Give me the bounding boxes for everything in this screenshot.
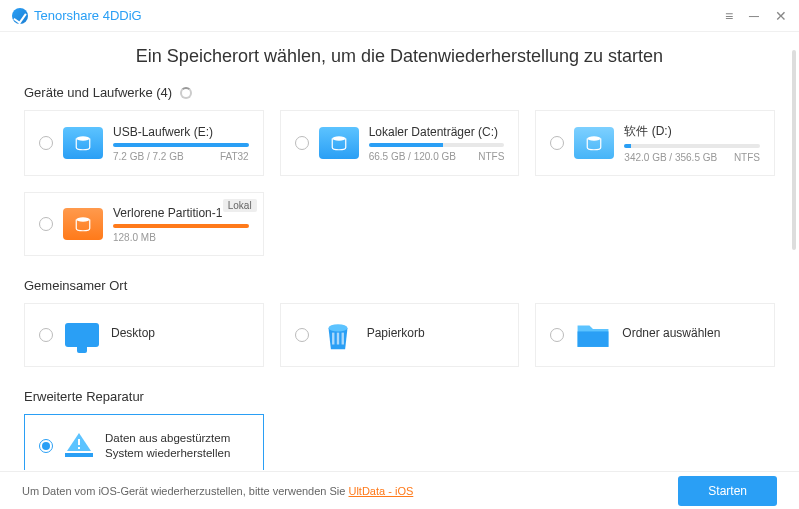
drives-grid: USB-Laufwerk (E:)7.2 GB / 7.2 GBFAT32Lok… (24, 110, 775, 256)
menu-icon[interactable]: ≡ (725, 8, 733, 24)
footer: Um Daten vom iOS-Gerät wiederherzustelle… (0, 471, 799, 509)
drive-icon (574, 127, 614, 159)
advanced-heading: Erweiterte Reparatur (24, 389, 775, 404)
radio-icon[interactable] (39, 217, 53, 231)
location-name: Desktop (111, 326, 155, 340)
main: Ein Speicherort wählen, um die Datenwied… (0, 32, 799, 470)
svg-rect-7 (341, 333, 343, 345)
svg-point-0 (76, 136, 90, 141)
radio-icon[interactable] (295, 136, 309, 150)
minimize-icon[interactable]: ─ (749, 8, 759, 24)
loading-icon (180, 87, 192, 99)
location-card[interactable]: Desktop (24, 303, 264, 367)
warning-icon (63, 429, 95, 464)
advanced-text: Daten aus abgestürztem System wiederhers… (105, 431, 249, 461)
svg-rect-11 (78, 447, 80, 449)
location-name: Papierkorb (367, 326, 425, 340)
drive-icon (319, 127, 359, 159)
svg-point-1 (332, 136, 346, 141)
common-heading: Gemeinsamer Ort (24, 278, 775, 293)
advanced-repair-card[interactable]: Daten aus abgestürztem System wiederhers… (24, 414, 264, 470)
svg-rect-9 (65, 453, 93, 457)
radio-icon[interactable] (39, 439, 53, 453)
drive-icon (63, 208, 103, 240)
drive-name: USB-Laufwerk (E:) (113, 125, 249, 139)
brand-name: Tenorshare 4DDiG (34, 8, 142, 23)
svg-rect-6 (336, 333, 338, 345)
location-card[interactable]: Papierkorb (280, 303, 520, 367)
drive-size: 342.0 GB / 356.5 GB (624, 152, 717, 163)
start-button[interactable]: Starten (678, 476, 777, 506)
window-controls: ≡ ─ ✕ (725, 8, 787, 24)
drives-heading: Geräte und Laufwerke (4) (24, 85, 775, 100)
titlebar: Tenorshare 4DDiG ≡ ─ ✕ (0, 0, 799, 32)
radio-icon[interactable] (39, 328, 53, 342)
radio-icon[interactable] (295, 328, 309, 342)
drive-size: 128.0 MB (113, 232, 156, 243)
svg-rect-8 (578, 331, 609, 346)
location-card[interactable]: Ordner auswählen (535, 303, 775, 367)
drive-name: 软件 (D:) (624, 123, 760, 140)
common-grid: DesktopPapierkorbOrdner auswählen (24, 303, 775, 367)
scrollbar[interactable] (792, 50, 796, 250)
drive-name: Lokaler Datenträger (C:) (369, 125, 505, 139)
svg-rect-5 (332, 333, 334, 345)
page-title: Ein Speicherort wählen, um die Datenwied… (24, 46, 775, 67)
badge: Lokal (223, 199, 257, 212)
footer-text: Um Daten vom iOS-Gerät wiederherzustelle… (22, 485, 413, 497)
drive-size: 7.2 GB / 7.2 GB (113, 151, 184, 162)
drive-card[interactable]: Lokaler Datenträger (C:)66.5 GB / 120.0 … (280, 110, 520, 176)
usage-bar (113, 143, 249, 147)
trash-icon (319, 319, 357, 351)
folder-icon (574, 319, 612, 351)
svg-point-3 (76, 217, 90, 222)
drive-fs: NTFS (734, 152, 760, 163)
radio-icon[interactable] (550, 136, 564, 150)
monitor-icon (63, 319, 101, 351)
drive-fs: FAT32 (220, 151, 249, 162)
radio-icon[interactable] (39, 136, 53, 150)
svg-rect-10 (78, 439, 80, 445)
usage-bar (113, 224, 249, 228)
close-icon[interactable]: ✕ (775, 8, 787, 24)
usage-bar (369, 143, 505, 147)
location-name: Ordner auswählen (622, 326, 720, 340)
ultdata-link[interactable]: UltData - iOS (348, 485, 413, 497)
logo-icon (12, 8, 28, 24)
drive-icon (63, 127, 103, 159)
svg-point-2 (588, 136, 602, 141)
svg-point-4 (328, 324, 347, 331)
drive-card[interactable]: USB-Laufwerk (E:)7.2 GB / 7.2 GBFAT32 (24, 110, 264, 176)
drive-fs: NTFS (478, 151, 504, 162)
radio-icon[interactable] (550, 328, 564, 342)
drive-card[interactable]: LokalVerlorene Partition-1128.0 MB (24, 192, 264, 256)
drive-card[interactable]: 软件 (D:)342.0 GB / 356.5 GBNTFS (535, 110, 775, 176)
usage-bar (624, 144, 760, 148)
brand: Tenorshare 4DDiG (12, 8, 142, 24)
drive-size: 66.5 GB / 120.0 GB (369, 151, 456, 162)
